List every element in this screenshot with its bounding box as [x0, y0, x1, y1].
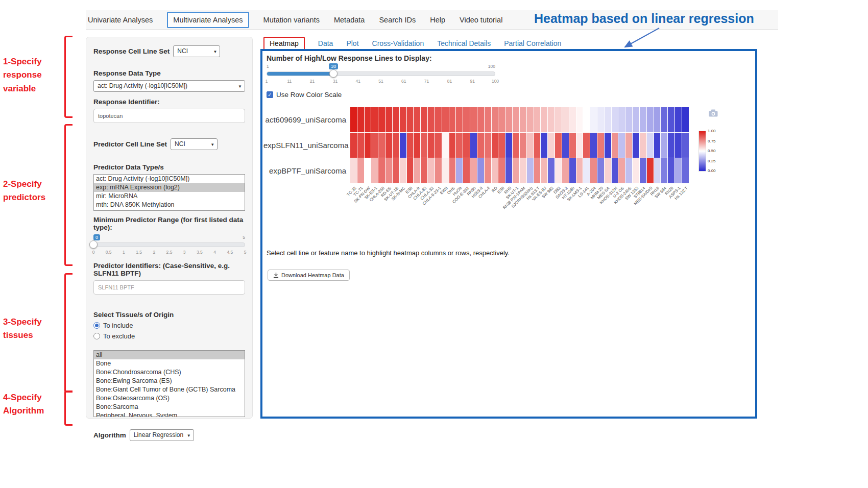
heatmap-cell[interactable]	[668, 158, 674, 183]
list-option-peripheral-nervous-system[interactable]: Peripheral_Nervous_System	[94, 411, 245, 417]
heatmap-cell[interactable]	[365, 133, 371, 158]
heatmap-cell[interactable]	[541, 107, 547, 132]
heatmap-cell[interactable]	[505, 133, 512, 158]
list-option-mth-dna-850k-methylation[interactable]: mth: DNA 850K Methylation	[94, 201, 245, 209]
heatmap-cell[interactable]	[456, 133, 463, 158]
heatmap-cell[interactable]	[505, 158, 512, 183]
heatmap-cell[interactable]	[357, 107, 364, 132]
heatmap-cell[interactable]	[583, 158, 590, 183]
heatmap-cell[interactable]	[633, 107, 639, 132]
row-color-scale-checkbox[interactable]	[267, 91, 273, 98]
heatmap-cell[interactable]	[590, 158, 597, 183]
heatmap-cell[interactable]	[492, 107, 498, 132]
list-option-bone-giant-cell-tumor-of-bone-gctb-sarcoma[interactable]: Bone:Giant Cell Tumor of Bone (GCTB) Sar…	[94, 385, 245, 394]
heatmap-cell[interactable]	[682, 107, 689, 132]
heatmap-cell[interactable]	[520, 133, 526, 158]
list-option-bone-chondrosarcoma-chs[interactable]: Bone:Chondrosarcoma (CHS)	[94, 368, 245, 377]
heatmap-cell[interactable]	[661, 158, 667, 183]
heatmap-row-label-act609699-unisarcoma[interactable]: act609699_uniSarcoma	[263, 107, 346, 133]
heatmap-cell[interactable]	[400, 133, 406, 158]
nav-tab-help[interactable]: Help	[430, 16, 445, 24]
heatmap-cell[interactable]	[421, 133, 427, 158]
heatmap-cell[interactable]	[371, 107, 378, 132]
heatmap-cell[interactable]	[675, 158, 682, 183]
heatmap-cell[interactable]	[541, 158, 547, 183]
heatmap-cell[interactable]	[583, 133, 590, 158]
slider-track[interactable]	[267, 71, 495, 76]
heatmap-row-label-expbptf-unisarcoma[interactable]: expBPTF_uniSarcoma	[263, 158, 346, 184]
heatmap-cell[interactable]	[505, 107, 512, 132]
heatmap-cell[interactable]	[477, 158, 484, 183]
heatmap-cell[interactable]	[456, 158, 463, 183]
heatmap-cell[interactable]	[534, 133, 541, 158]
heatmap-cell[interactable]	[527, 158, 534, 183]
heatmap-cell[interactable]	[654, 107, 661, 132]
heatmap-cell[interactable]	[605, 107, 611, 132]
tab-heatmap[interactable]: Heatmap	[263, 37, 305, 50]
heatmap-cell[interactable]	[569, 107, 576, 132]
heatmap-cell[interactable]	[463, 133, 470, 158]
heatmap-cell[interactable]	[612, 133, 618, 158]
heatmap-cell[interactable]	[492, 158, 498, 183]
heatmap-cell[interactable]	[385, 158, 392, 183]
heatmap-cell[interactable]	[605, 133, 611, 158]
heatmap-cell[interactable]	[682, 158, 689, 183]
heatmap-cell[interactable]	[365, 107, 371, 132]
heatmap-cell[interactable]	[378, 133, 385, 158]
list-option-bone-osteosarcoma-os[interactable]: Bone:Osteosarcoma (OS)	[94, 394, 245, 403]
tab-cross-validation[interactable]: Cross-Validation	[372, 39, 424, 47]
heatmap-cell[interactable]	[541, 133, 547, 158]
heatmap-cell[interactable]	[393, 133, 399, 158]
heatmap-cell[interactable]	[640, 158, 646, 183]
heatmap-cell[interactable]	[513, 107, 519, 132]
heatmap-cell[interactable]	[675, 133, 682, 158]
heatmap-cell[interactable]	[569, 133, 576, 158]
heatmap-cell[interactable]	[668, 107, 674, 132]
heatmap-cell[interactable]	[633, 158, 639, 183]
heatmap-cell[interactable]	[661, 133, 667, 158]
nav-tab-search-ids[interactable]: Search IDs	[379, 16, 416, 24]
heatmap-cell[interactable]	[400, 158, 406, 183]
heatmap-cell[interactable]	[393, 107, 399, 132]
heatmap-cell[interactable]	[647, 133, 654, 158]
heatmap-cell[interactable]	[654, 158, 661, 183]
slider-handle[interactable]	[329, 69, 337, 78]
heatmap-cell[interactable]	[520, 158, 526, 183]
heatmap-cell[interactable]	[407, 133, 414, 158]
heatmap-cell[interactable]	[633, 133, 639, 158]
tab-plot[interactable]: Plot	[346, 39, 358, 47]
nav-tab-mutation-variants[interactable]: Mutation variants	[263, 16, 320, 24]
heatmap-cell[interactable]	[640, 107, 646, 132]
list-option-bone[interactable]: Bone	[94, 359, 245, 368]
nav-tab-univariate-analyses[interactable]: Univariate Analyses	[88, 16, 153, 24]
heatmap-cell[interactable]	[618, 158, 625, 183]
heatmap-cell[interactable]	[407, 158, 414, 183]
tab-partial-correlation[interactable]: Partial Correlation	[504, 39, 561, 47]
heatmap-cell[interactable]	[562, 107, 569, 132]
heatmap-cell[interactable]	[385, 133, 392, 158]
heatmap-cell[interactable]	[583, 107, 590, 132]
heatmap-cell[interactable]	[477, 133, 484, 158]
heatmap-cell[interactable]	[513, 158, 519, 183]
nav-tab-metadata[interactable]: Metadata	[334, 16, 365, 24]
heatmap-cell[interactable]	[442, 107, 449, 132]
tab-data[interactable]: Data	[318, 39, 333, 47]
heatmap-cell[interactable]	[470, 158, 477, 183]
heatmap-cell[interactable]	[590, 133, 597, 158]
min-predictor-range-slider[interactable]: 5000.511.522.533.544.55	[93, 234, 245, 257]
heatmap-cell[interactable]	[661, 107, 667, 132]
slider-handle[interactable]	[89, 240, 98, 249]
heatmap-cell[interactable]	[456, 107, 463, 132]
response-cell-line-set-select[interactable]: NCI ▼	[173, 45, 220, 57]
heatmap-cell[interactable]	[421, 158, 427, 183]
heatmap-cell[interactable]	[435, 158, 442, 183]
heatmap-cell[interactable]	[449, 107, 456, 132]
heatmap-cell[interactable]	[520, 107, 526, 132]
heatmap-cell[interactable]	[357, 133, 364, 158]
heatmap-cell[interactable]	[682, 133, 689, 158]
heatmap-cell[interactable]	[569, 158, 576, 183]
heatmap-cell[interactable]	[576, 133, 583, 158]
response-lines-slider[interactable]: 1100301112131415161718191100	[267, 63, 495, 86]
heatmap-cell[interactable]	[612, 158, 618, 183]
heatmap-cell[interactable]	[625, 133, 632, 158]
